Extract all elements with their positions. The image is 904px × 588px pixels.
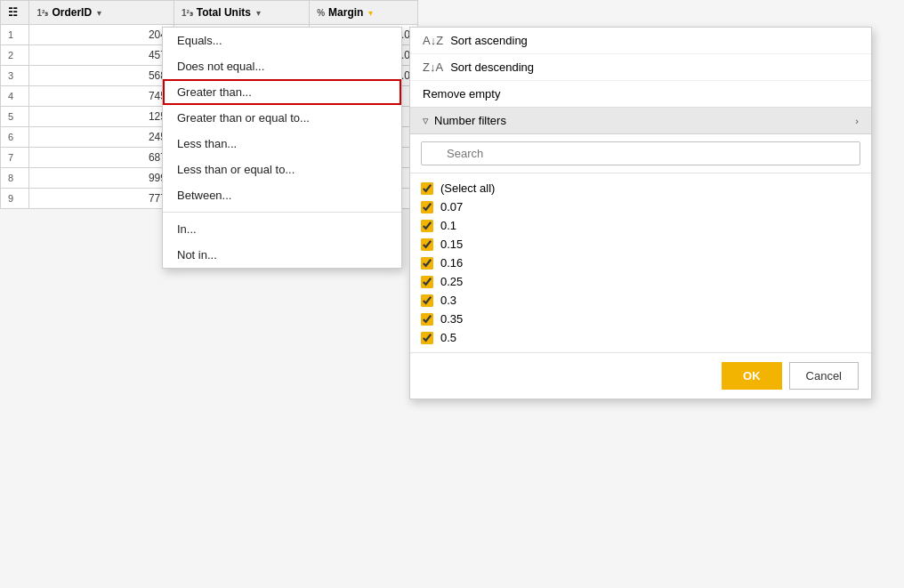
margin-header: % Margin ▾: [310, 1, 418, 25]
row-number: 8: [1, 168, 29, 189]
order-id-cell: 777: [29, 189, 174, 209]
checkbox-label: 0.25: [440, 275, 463, 288]
checkbox-label: 0.16: [440, 256, 463, 270]
row-number: 2: [1, 45, 29, 66]
margin-filter-panel[interactable]: A↓Z Sort ascending Z↓A Sort descending R…: [409, 27, 872, 399]
margin-dropdown-button[interactable]: ▾: [367, 8, 375, 18]
menu-item-equals[interactable]: Equals...: [163, 28, 401, 53]
checkbox-label: (Select all): [440, 181, 495, 195]
checkbox-item[interactable]: 0.25: [421, 272, 860, 291]
row-number: 7: [1, 148, 29, 168]
order-id-cell: 999: [29, 168, 174, 189]
menu-item-less-than[interactable]: Less than...: [163, 131, 401, 157]
number-filters-row[interactable]: ▿ Number filters ›: [410, 108, 871, 134]
remove-empty-label: Remove empty: [423, 87, 500, 101]
checkbox-0.5[interactable]: [421, 332, 433, 344]
checkbox-0.3[interactable]: [421, 294, 433, 307]
checkbox-label: 0.5: [440, 331, 456, 344]
total-units-header: 1²₃ Total Units ▾: [174, 1, 309, 25]
order-id-cell: 125: [29, 107, 174, 127]
total-units-dropdown-button[interactable]: ▾: [254, 8, 262, 18]
order-id-header: 1²₃ OrderID ▾: [29, 1, 174, 25]
row-number: 4: [1, 86, 29, 107]
sort-ascending-row[interactable]: A↓Z Sort ascending: [410, 28, 871, 54]
checkbox-item[interactable]: (Select all): [421, 179, 860, 197]
menu-divider: [163, 212, 401, 213]
checkbox-label: 0.15: [440, 238, 463, 251]
checkbox-item[interactable]: 0.07: [421, 197, 860, 216]
checkbox-0.1[interactable]: [421, 220, 433, 232]
checkbox-0.35[interactable]: [421, 313, 433, 326]
checkbox-item[interactable]: 0.35: [421, 310, 860, 328]
order-id-cell: 745: [29, 86, 174, 107]
checkbox-item[interactable]: 0.1: [421, 216, 860, 235]
order-id-cell: 687: [29, 148, 174, 168]
sort-descending-label: Sort descending: [450, 60, 534, 74]
total-units-label: Total Units: [197, 6, 251, 19]
total-units-type-icon: 1²₃: [182, 8, 193, 18]
search-box-wrap: 🔍: [410, 134, 871, 173]
row-number: 3: [1, 66, 29, 86]
main-container: ☷ 1²₃ OrderID ▾ 1²₃ Total Units ▾: [0, 0, 904, 588]
checkbox-label: 0.35: [440, 312, 463, 326]
row-num-header: ☷: [1, 1, 29, 25]
order-id-cell: 457: [29, 45, 174, 66]
checkbox-0.07[interactable]: [421, 201, 433, 213]
sort-ascending-icon: A↓Z: [423, 34, 443, 47]
checkbox-label: 0.1: [440, 219, 456, 232]
row-number: 6: [1, 127, 29, 148]
order-id-dropdown-button[interactable]: ▾: [95, 8, 103, 18]
remove-empty-row[interactable]: Remove empty: [410, 81, 871, 108]
row-number: 5: [1, 107, 29, 127]
table-icon: ☷: [8, 6, 18, 19]
number-filters-label: Number filters: [434, 114, 506, 127]
checkbox-item[interactable]: 0.16: [421, 254, 860, 272]
search-input[interactable]: [421, 141, 860, 165]
filter-submenu[interactable]: Equals... Does not equal... Greater than…: [162, 27, 402, 269]
order-id-type-icon: 1²₃: [36, 8, 48, 18]
menu-item-less-equal[interactable]: Less than or equal to...: [163, 157, 401, 182]
checkbox-item[interactable]: 0.3: [421, 291, 860, 310]
row-number: 9: [1, 189, 29, 209]
chevron-right-icon: ›: [855, 116, 859, 126]
panel-footer: OK Cancel: [410, 352, 871, 399]
checkbox-label: 0.3: [440, 294, 456, 307]
search-wrap: 🔍: [421, 141, 860, 165]
menu-item-greater-equal[interactable]: Greater than or equal to...: [163, 105, 401, 131]
cancel-button[interactable]: Cancel: [789, 362, 859, 390]
margin-type-icon: %: [317, 8, 325, 18]
menu-item-not-in[interactable]: Not in...: [163, 242, 401, 268]
order-id-cell: 245: [29, 127, 174, 148]
order-id-cell: 568: [29, 66, 174, 86]
menu-item-in[interactable]: In...: [163, 216, 401, 242]
checkbox-0.25[interactable]: [421, 276, 433, 288]
checkbox-label: 0.07: [440, 200, 463, 213]
menu-item-greater-than[interactable]: Greater than...: [163, 79, 401, 105]
order-id-label: OrderID: [52, 6, 92, 19]
sort-descending-row[interactable]: Z↓A Sort descending: [410, 54, 871, 81]
checkbox-item[interactable]: 0.5: [421, 328, 860, 347]
sort-descending-icon: Z↓A: [423, 60, 443, 74]
menu-item-not-equal[interactable]: Does not equal...: [163, 53, 401, 79]
ok-button[interactable]: OK: [722, 362, 782, 390]
checkbox-list: (Select all) 0.07 0.1 0.15 0.16 0.25 0.3…: [410, 173, 871, 352]
checkbox-0.16[interactable]: [421, 257, 433, 270]
menu-item-between[interactable]: Between...: [163, 182, 401, 208]
sort-ascending-label: Sort ascending: [450, 34, 528, 47]
margin-label: Margin: [328, 6, 363, 19]
order-id-cell: 204: [29, 25, 174, 45]
checkbox-item[interactable]: 0.15: [421, 235, 860, 254]
checkbox-0.15[interactable]: [421, 238, 433, 251]
checkbox-select-all[interactable]: [421, 182, 433, 195]
filter-icon: ▿: [423, 114, 429, 127]
row-number: 1: [1, 25, 29, 45]
